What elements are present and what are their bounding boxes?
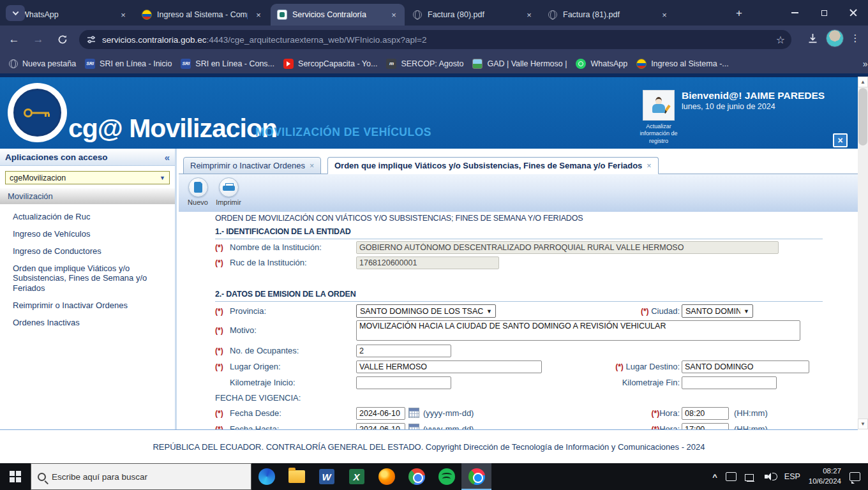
taskbar-edge[interactable] xyxy=(251,463,281,490)
bookmark-whatsapp[interactable]: WhatsApp xyxy=(576,59,627,69)
required-mark: (*) xyxy=(641,307,649,316)
close-tab-icon[interactable]: × xyxy=(310,161,314,170)
scroll-down-button[interactable]: ▼ xyxy=(858,419,868,429)
tab-reimprimir-ordenes[interactable]: Reimprimir o Inactivar Ordenes × xyxy=(183,157,321,174)
start-button[interactable] xyxy=(0,463,31,490)
language-indicator[interactable]: ESP xyxy=(784,472,800,481)
bookmark-gad-valle-hermoso[interactable]: GAD | Valle Hermoso | xyxy=(472,59,567,69)
back-button[interactable]: ← xyxy=(4,29,24,50)
hora-desde-field[interactable] xyxy=(682,407,729,420)
notification-center-icon[interactable] xyxy=(849,472,860,481)
avatar-caption[interactable]: Actualizar información de registro xyxy=(635,123,682,145)
collapse-sidebar-icon[interactable]: « xyxy=(165,152,170,163)
taskbar-file-explorer[interactable] xyxy=(281,463,311,490)
close-tab-icon[interactable]: × xyxy=(523,9,535,20)
bookmark-sri-consultas[interactable]: SRISRI en Línea - Cons... xyxy=(181,59,274,69)
sidebar-item-reimprimir-inactivar[interactable]: Reimprimir o Inactivar Ordenes xyxy=(13,301,165,311)
scrollbar-thumb[interactable] xyxy=(858,88,867,145)
whatsapp-icon xyxy=(576,59,586,69)
taskbar-search[interactable] xyxy=(31,463,251,490)
site-info-icon[interactable] xyxy=(87,35,96,44)
taskbar-spotify[interactable] xyxy=(431,463,461,490)
new-button[interactable]: Nuevo xyxy=(184,177,212,212)
sidebar-item-ordenes-inactivas[interactable]: Ordenes Inactivas xyxy=(13,318,165,328)
bookmark-star-icon[interactable]: ☆ xyxy=(776,34,785,46)
print-button[interactable]: Imprimir xyxy=(214,177,243,212)
km-inicio-field[interactable] xyxy=(356,376,451,389)
volume-icon[interactable] xyxy=(765,471,776,482)
clock[interactable]: 08:27 10/6/2024 xyxy=(809,466,841,486)
browser-tab-factura-81[interactable]: Factura (81).pdf × xyxy=(541,4,675,26)
movilizacion-form: ORDEN DE MOVILIZACIÓN CON VIÁTICOS Y/O S… xyxy=(179,212,858,429)
hora-hasta-field[interactable] xyxy=(682,423,729,429)
calendar-icon[interactable] xyxy=(408,408,419,418)
new-tab-button[interactable]: + xyxy=(731,6,747,21)
minimize-button[interactable] xyxy=(780,0,809,26)
close-tab-icon[interactable]: × xyxy=(117,9,129,20)
bookmarks-overflow-button[interactable]: » xyxy=(863,59,868,69)
date-format-hint: (yyyy-mm-dd) xyxy=(423,408,474,418)
network-icon[interactable] xyxy=(745,472,756,481)
print-button-label: Imprimir xyxy=(216,198,241,206)
reload-button[interactable] xyxy=(52,29,73,50)
download-icon xyxy=(807,33,818,44)
fecha-desde-field[interactable] xyxy=(356,407,405,420)
hidden-icons-button[interactable]: ^ xyxy=(712,472,717,482)
taskbar-chrome-active[interactable] xyxy=(461,463,491,490)
taskbar-excel[interactable]: X xyxy=(341,463,371,490)
search-input[interactable] xyxy=(52,472,230,482)
form-toolbar: Nuevo Imprimir xyxy=(179,174,858,212)
tab-label: Ingreso al Sistema - Compra xyxy=(157,10,248,19)
tablet-mode-icon[interactable] xyxy=(726,472,737,481)
close-window-button[interactable] xyxy=(839,0,868,26)
page-scrollbar[interactable]: ▲ ▼ xyxy=(858,77,868,429)
browser-tab-factura-80[interactable]: Factura (80).pdf × xyxy=(406,4,540,26)
tab-search-button[interactable] xyxy=(6,5,25,21)
bookmark-sri-inicio[interactable]: SRISRI en Línea - Inicio xyxy=(85,59,172,69)
taskbar-word[interactable]: W xyxy=(311,463,341,490)
chevron-down-icon: ▼ xyxy=(486,308,492,315)
sidebar-item-ingreso-conductores[interactable]: Ingreso de Conductores xyxy=(13,246,165,256)
required-mark: (*) xyxy=(215,346,223,355)
browser-tab-strip: WhatsApp × Ingreso al Sistema - Compra ×… xyxy=(0,0,868,26)
provincia-select[interactable]: SANTO DOMINGO DE LOS TSACHILAS ▼ xyxy=(356,304,496,318)
address-bar[interactable]: servicios.contraloria.gob.ec:4443/cge_ar… xyxy=(79,30,791,49)
downloads-button[interactable] xyxy=(803,29,822,48)
browser-menu-button[interactable]: ⋮ xyxy=(848,33,863,44)
sidebar-group-movilizacion[interactable]: Movilización xyxy=(0,188,175,204)
bookmark-ingreso-sistema[interactable]: Ingreso al Sistema -... xyxy=(636,59,729,69)
calendar-icon[interactable] xyxy=(408,424,419,429)
bookmark-sercop-agosto[interactable]: mSERCOP: Agosto xyxy=(386,59,463,69)
update-registration-button[interactable] xyxy=(643,90,675,121)
close-tab-icon[interactable]: × xyxy=(253,9,264,20)
profile-avatar[interactable] xyxy=(826,29,844,47)
motivo-field[interactable]: MOVILIZACIÓN HACIA LA CIUDAD DE SANTO DO… xyxy=(356,320,800,341)
sidebar-item-orden-viaticos[interactable]: Orden que implique Viáticos y/o Subsiste… xyxy=(13,264,165,294)
ciudad-select[interactable]: SANTO DOMINGO ▼ xyxy=(682,304,753,318)
fecha-hasta-field[interactable] xyxy=(356,423,405,429)
motivo-label: Motivo: xyxy=(230,325,257,335)
lugar-origen-field[interactable] xyxy=(356,360,542,373)
browser-tab-ingreso[interactable]: Ingreso al Sistema - Compra × xyxy=(135,4,269,26)
application-selector[interactable]: cgeMovilizacion ▼ xyxy=(5,171,170,184)
bookmark-sercopcapacita[interactable]: SercopCapacita - Yo... xyxy=(283,59,377,69)
close-tab-icon[interactable]: × xyxy=(388,9,400,20)
restore-button[interactable] xyxy=(809,0,839,26)
ocupantes-field[interactable] xyxy=(356,345,451,357)
close-tab-icon[interactable]: × xyxy=(647,161,651,170)
bookmark-nueva-pestana[interactable]: Nueva pestaña xyxy=(9,59,76,68)
taskbar-chrome[interactable] xyxy=(401,463,431,490)
browser-tab-servicios-contraloria[interactable]: Servicios Contraloría × xyxy=(271,4,405,26)
required-mark: (*) xyxy=(652,425,660,429)
close-tab-icon[interactable]: × xyxy=(659,9,670,20)
taskbar-firefox[interactable] xyxy=(371,463,401,490)
lugar-destino-field[interactable] xyxy=(682,360,809,373)
km-fin-field[interactable] xyxy=(682,376,777,389)
site-close-button[interactable]: × xyxy=(833,133,848,147)
scroll-up-button[interactable]: ▲ xyxy=(858,77,868,87)
tab-orden-viaticos[interactable]: Orden que implique Viáticos y/o Subsiste… xyxy=(327,157,659,174)
sidebar-item-actualizacion-ruc[interactable]: Actualización de Ruc xyxy=(13,212,165,222)
nombre-institucion-field xyxy=(356,241,779,254)
forward-button[interactable]: → xyxy=(28,29,49,50)
sidebar-item-ingreso-vehiculos[interactable]: Ingreso de Vehículos xyxy=(13,229,165,239)
